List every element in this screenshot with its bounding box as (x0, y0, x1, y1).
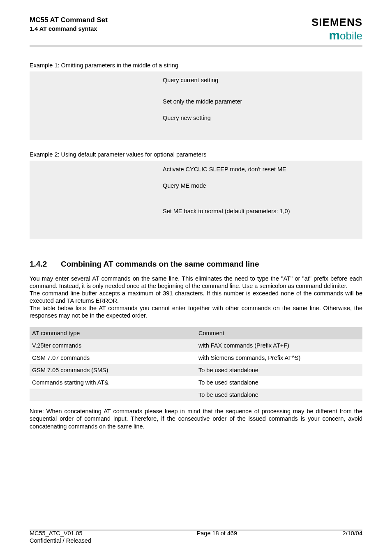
example1-code (35, 76, 163, 84)
example2-label: Example 2: Using default parameter value… (30, 151, 362, 158)
example1-row: Query new setting (35, 114, 357, 122)
table-cell: GSM 7.07 commands (30, 352, 196, 364)
table-row: Commands starting with AT& To be used st… (30, 376, 362, 389)
example1-row: Set only the middle parameter (35, 98, 357, 105)
brand-logo: SIEMENS (311, 16, 362, 29)
footer-left-line1: MC55_ATC_V01.05 (30, 530, 83, 537)
page-footer: MC55_ATC_V01.05 Confidential / Released … (30, 530, 362, 544)
table-row: To be used standalone (30, 389, 362, 401)
footer-left-line2: Confidential / Released (30, 537, 91, 544)
example2-row: Activate CYCLIC SLEEP mode, don't reset … (35, 166, 357, 173)
example1-code (35, 114, 163, 122)
brand-sublogo-rest: obile (340, 30, 362, 42)
table-row: V.25ter commands with FAX commands (Pref… (30, 339, 362, 352)
table-header-cell: Comment (196, 327, 362, 339)
table-cell: V.25ter commands (30, 339, 196, 352)
example1-label: Example 1: Omitting parameters in the mi… (30, 62, 362, 69)
footer-center: Page 18 of 469 (91, 530, 343, 544)
table-cell: GSM 7.05 commands (SMS) (30, 364, 196, 376)
section-para2: The command line buffer accepts a maximu… (30, 290, 362, 304)
header-right: SIEMENS mobile (311, 16, 362, 43)
example1-row: Query current setting (35, 76, 357, 84)
table-cell: To be used standalone (196, 376, 362, 389)
section-para1: You may enter several AT commands on the… (30, 275, 362, 290)
example2-row: Set ME back to normal (default parameter… (35, 207, 357, 215)
example1-desc: Query new setting (163, 114, 211, 122)
example2-code (35, 207, 163, 215)
header-divider (30, 45, 362, 47)
table-cell: with Siemens commands, Prefix AT^S) (196, 352, 362, 364)
example2-desc: Query ME mode (163, 182, 206, 189)
section-heading: 1.4.2Combining AT commands on the same c… (30, 259, 362, 269)
table-row: GSM 7.05 commands (SMS) To be used stand… (30, 364, 362, 376)
example2-row: Query ME mode (35, 182, 357, 189)
brand-sublogo: mobile (311, 28, 362, 43)
table-cell: Commands starting with AT& (30, 376, 196, 389)
example1-desc: Set only the middle parameter (163, 98, 242, 105)
example2-block: Activate CYCLIC SLEEP mode, don't reset … (30, 161, 362, 239)
example2-desc: Set ME back to normal (default parameter… (163, 207, 290, 215)
section-number: 1.4.2 (30, 259, 61, 269)
section-title: Combining AT commands on the same comman… (61, 260, 259, 268)
footer-left: MC55_ATC_V01.05 Confidential / Released (30, 530, 91, 544)
example2-desc: Activate CYCLIC SLEEP mode, don't reset … (163, 166, 286, 173)
page-header: MC55 AT Command Set 1.4 AT command synta… (30, 16, 362, 43)
doc-subtitle: 1.4 AT command syntax (30, 25, 108, 32)
header-left: MC55 AT Command Set 1.4 AT command synta… (30, 16, 108, 32)
example1-code (35, 98, 163, 105)
table-cell: To be used standalone (196, 364, 362, 376)
commands-table: AT command type Comment V.25ter commands… (30, 327, 362, 401)
table-row: GSM 7.07 commands with Siemens commands,… (30, 352, 362, 364)
section-para3: The table below lists the AT commands yo… (30, 304, 362, 319)
example1-desc: Query current setting (163, 76, 218, 84)
note-paragraph: Note: When concatenating AT commands ple… (30, 408, 362, 430)
table-header-cell: AT command type (30, 327, 196, 339)
example2-code (35, 166, 163, 173)
brand-sublogo-m: m (329, 28, 340, 42)
example1-block: Query current setting Set only the middl… (30, 71, 362, 140)
doc-title: MC55 AT Command Set (30, 16, 108, 24)
example2-code (35, 182, 163, 189)
footer-right: 2/10/04 (343, 530, 362, 544)
table-cell: To be used standalone (196, 389, 362, 401)
table-cell (30, 389, 196, 401)
table-cell: with FAX commands (Prefix AT+F) (196, 339, 362, 352)
table-header-row: AT command type Comment (30, 327, 362, 339)
